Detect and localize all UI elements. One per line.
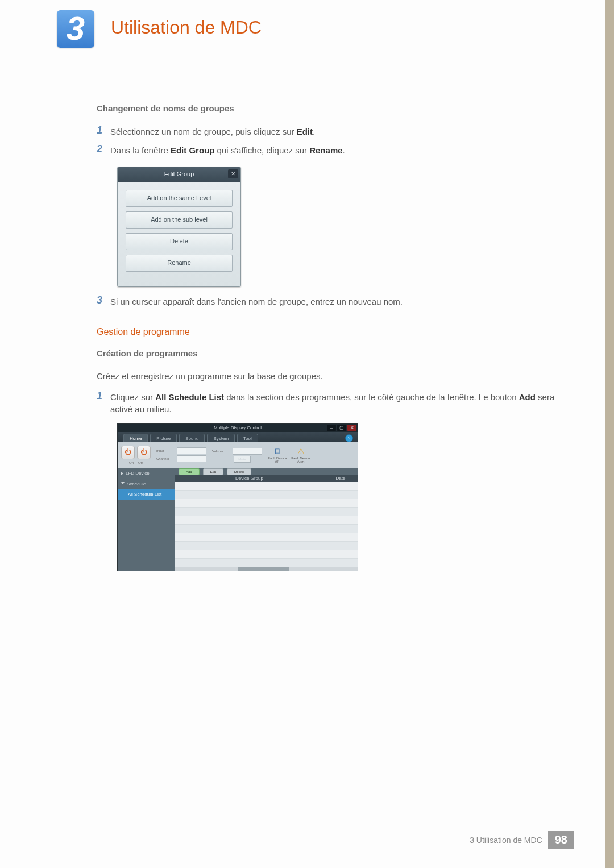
power-on-button[interactable]: ⏻ — [121, 446, 135, 459]
step-3: 3 Si un curseur apparaît dans l'ancien n… — [97, 295, 557, 308]
channel-stepper[interactable] — [177, 455, 206, 462]
mdc-titlebar: Multiple Display Control – ▢ ✕ — [118, 424, 358, 432]
scrollbar-thumb[interactable] — [238, 567, 289, 571]
tab-home[interactable]: Home — [123, 434, 148, 443]
sidebar-item-label: LFD Device — [126, 470, 150, 477]
step-number: 2 — [97, 144, 110, 157]
table-row — [175, 525, 358, 533]
mute-button[interactable]: Mute — [234, 456, 251, 463]
page-number: 98 — [548, 831, 574, 849]
close-icon[interactable]: ✕ — [228, 169, 238, 178]
horizontal-scrollbar[interactable] — [175, 567, 358, 571]
add-sub-level-button[interactable]: Add on the sub level — [126, 211, 233, 229]
page-sheet: 3 Utilisation de MDC Changement de noms … — [0, 0, 614, 868]
power-off-button[interactable]: ⏻ — [137, 446, 151, 459]
bold-text: Edit — [297, 127, 313, 136]
text: (0) — [275, 460, 279, 463]
schedule-grid — [175, 482, 358, 567]
table-row — [175, 499, 358, 508]
monitor-icon: 🖥 — [273, 447, 281, 456]
add-button[interactable]: Add — [179, 468, 200, 475]
chapter-title: Utilisation de MDC — [111, 17, 262, 38]
mdc-content: Add Edit Delete Device Group Date — [175, 468, 358, 571]
text: Cliquez sur — [110, 392, 155, 402]
step-text: Si un curseur apparaît dans l'ancien nom… — [110, 295, 557, 308]
table-row — [175, 482, 358, 491]
sidebar-item-lfd-device[interactable]: LFD Device — [118, 468, 175, 479]
maximize-icon[interactable]: ▢ — [337, 425, 346, 431]
mdc-main: LFD Device Schedule All Schedule List — [118, 468, 358, 571]
input-group: Input Channel — [156, 447, 206, 463]
sidebar-item-schedule[interactable]: Schedule — [118, 479, 175, 490]
volume-group: Volume Mute — [212, 448, 262, 463]
step-text: Dans la fenêtre Edit Group qui s'affiche… — [110, 144, 557, 157]
rename-button[interactable]: Rename — [126, 255, 233, 272]
power-group: ⏻ ⏻ On Off — [121, 446, 151, 466]
action-bar: Add Edit Delete — [175, 468, 358, 475]
sidebar-item-all-schedule-list[interactable]: All Schedule List — [118, 489, 175, 500]
tab-tool[interactable]: Tool — [237, 434, 258, 443]
table-row — [175, 508, 358, 516]
column-header: Device Group Date — [175, 475, 358, 482]
fault-alert-status: ⚠ Fault Device Alert — [291, 447, 310, 463]
channel-label: Channel — [156, 456, 176, 462]
step-2: 2 Dans la fenêtre Edit Group qui s'affic… — [97, 144, 557, 157]
mdc-title: Multiple Display Control — [214, 425, 262, 431]
edit-group-dialog: Edit Group ✕ Add on the same Level Add o… — [117, 167, 241, 287]
text: qui s'affiche, cliquez sur — [214, 146, 309, 155]
edit-button[interactable]: Edit — [203, 468, 223, 475]
tab-system[interactable]: System — [207, 434, 235, 443]
chevron-down-icon — [121, 482, 125, 486]
text: dans la section des programmes, sur le c… — [224, 392, 519, 402]
step-number: 1 — [97, 391, 110, 416]
footer-text: 3 Utilisation de MDC — [470, 836, 542, 845]
table-row — [175, 559, 358, 567]
close-icon[interactable]: ✕ — [347, 425, 356, 431]
heading-schedule-management: Gestion de programme — [97, 325, 557, 338]
text: Sélectionnez un nom de groupe, puis cliq… — [110, 127, 297, 136]
minimize-icon[interactable]: – — [327, 425, 336, 431]
schedule-step-1: 1 Cliquez sur All Schedule List dans la … — [97, 391, 557, 416]
table-row — [175, 516, 358, 525]
table-row — [175, 491, 358, 499]
sidebar-item-label: Schedule — [127, 481, 146, 488]
bold-text: Edit Group — [171, 146, 215, 155]
col-device-group: Device Group — [175, 475, 323, 482]
chevron-right-icon — [121, 472, 123, 475]
table-row — [175, 550, 358, 559]
add-same-level-button[interactable]: Add on the same Level — [126, 190, 233, 207]
heading-group-rename: Changement de noms de groupes — [97, 102, 557, 115]
heading-create-schedule: Création de programmes — [97, 347, 557, 360]
table-row — [175, 533, 358, 542]
volume-label: Volume — [212, 449, 231, 454]
schedule-intro-text: Créez et enregistrez un programme sur la… — [97, 370, 557, 383]
table-row — [175, 542, 358, 550]
warning-icon: ⚠ — [297, 447, 305, 456]
power-on-label: On — [129, 460, 134, 466]
tab-picture[interactable]: Picture — [150, 434, 177, 443]
bold-text: Add — [519, 392, 536, 402]
step-1: 1 Sélectionnez un nom de groupe, puis cl… — [97, 125, 557, 138]
sidebar-item-label: All Schedule List — [128, 491, 161, 498]
page-footer: 3 Utilisation de MDC 98 — [0, 831, 614, 849]
side-stripe — [605, 0, 614, 868]
tab-sound[interactable]: Sound — [179, 434, 205, 443]
dialog-title: Edit Group — [164, 170, 194, 179]
power-off-label: Off — [138, 460, 143, 466]
text: . — [343, 146, 345, 155]
input-dropdown[interactable] — [177, 447, 206, 454]
dialog-body: Add on the same Level Add on the sub lev… — [118, 182, 240, 286]
mdc-window-figure: Multiple Display Control – ▢ ✕ Home Pict… — [117, 423, 557, 571]
edit-group-dialog-figure: Edit Group ✕ Add on the same Level Add o… — [117, 167, 557, 287]
delete-button[interactable]: Delete — [126, 233, 233, 250]
text: Dans la fenêtre — [110, 146, 171, 155]
dialog-titlebar: Edit Group ✕ — [118, 167, 240, 182]
window-buttons: – ▢ ✕ — [327, 425, 356, 431]
mdc-ribbon: ⏻ ⏻ On Off Input — [118, 442, 358, 468]
bold-text: Rename — [309, 146, 342, 155]
bold-text: All Schedule List — [155, 392, 224, 402]
delete-button[interactable]: Delete — [227, 468, 251, 475]
page-content: Changement de noms de groupes 1 Sélectio… — [97, 102, 557, 571]
text: Alert — [297, 460, 304, 463]
volume-dropdown[interactable] — [233, 448, 262, 455]
